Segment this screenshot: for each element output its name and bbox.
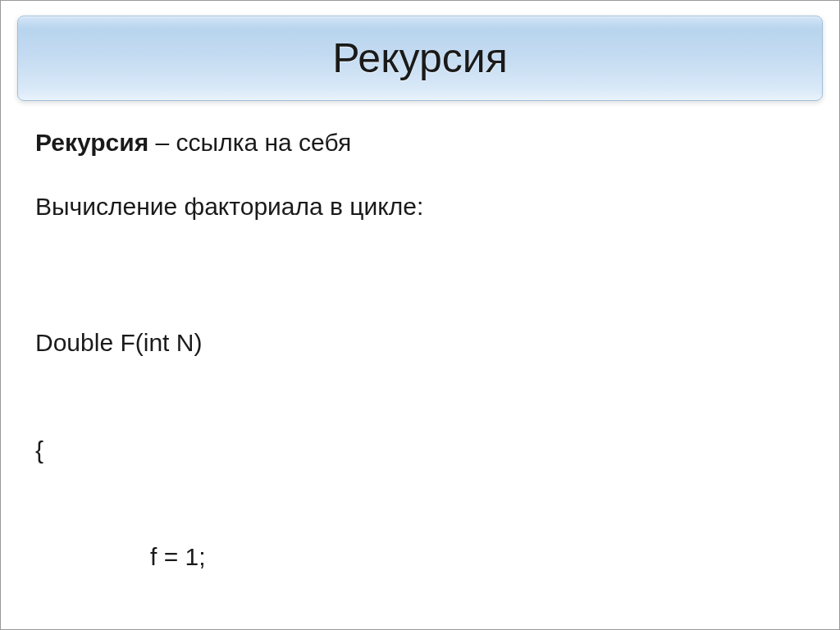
code-line-2: { bbox=[35, 432, 805, 468]
definition-term: Рекурсия bbox=[35, 129, 148, 156]
definition-line: Рекурсия – ссылка на себя bbox=[35, 126, 805, 160]
description-text: Вычисление факториала в цикле: bbox=[35, 189, 805, 224]
content-area: Рекурсия – ссылка на себя Вычисление фак… bbox=[1, 101, 839, 630]
code-line-3: f = 1; bbox=[35, 539, 805, 575]
definition-separator: – bbox=[148, 129, 176, 156]
slide-title: Рекурсия bbox=[332, 34, 508, 82]
code-line-1: Double F(int N) bbox=[35, 325, 805, 361]
code-block: Double F(int N) { f = 1; For(int i = 1; … bbox=[35, 253, 805, 630]
slide-container: Рекурсия Рекурсия – ссылка на себя Вычис… bbox=[0, 0, 840, 630]
title-bar: Рекурсия bbox=[17, 16, 823, 101]
definition-meaning: ссылка на себя bbox=[176, 129, 352, 156]
